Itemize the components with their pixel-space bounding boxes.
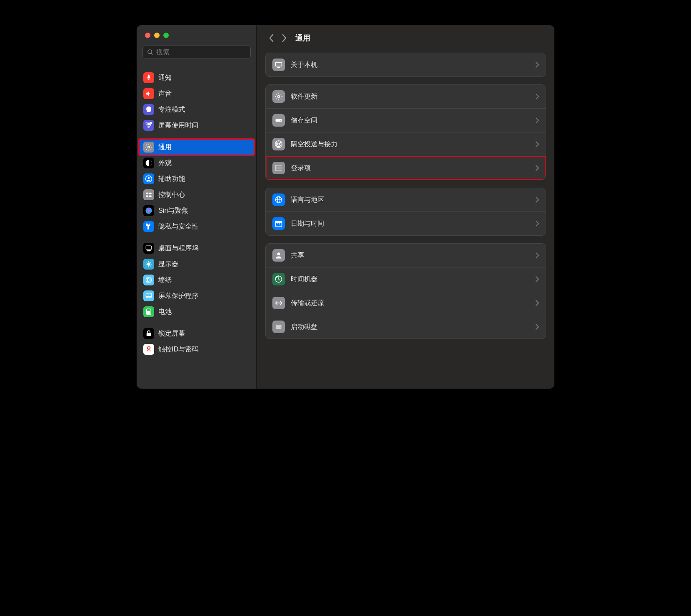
sidebar-item-10[interactable]: 桌面与程序坞 xyxy=(139,240,254,256)
sidebar-item-label: 触控ID与密码 xyxy=(158,345,198,354)
svg-rect-2 xyxy=(147,123,150,125)
row-label: 时间机器 xyxy=(291,275,536,284)
settings-row[interactable]: 时间机器 xyxy=(266,267,546,291)
sidebar-icon xyxy=(143,328,154,339)
content: 关于本机软件更新储存空间隔空投送与接力登录项语言与地区17日期与时间共享时间机器… xyxy=(257,51,554,355)
svg-line-1 xyxy=(151,53,152,54)
chevron-right-icon xyxy=(536,221,539,227)
chevron-right-icon xyxy=(536,94,539,99)
svg-rect-12 xyxy=(146,246,152,249)
row-label: 共享 xyxy=(291,251,536,260)
gear-icon xyxy=(272,90,285,103)
sidebar-item-14[interactable]: 电池 xyxy=(139,304,254,320)
sidebar-item-5[interactable]: 外观 xyxy=(139,155,254,171)
sidebar-item-9[interactable]: 隐私与安全性 xyxy=(139,219,254,234)
sidebar-icon xyxy=(143,72,154,83)
tm-icon xyxy=(272,273,285,285)
sidebar-item-4[interactable]: 通用 xyxy=(139,139,254,155)
sidebar-group: 通知声音专注模式屏幕使用时间 xyxy=(139,70,254,133)
settings-row[interactable]: 语言与地区 xyxy=(266,188,546,212)
main-header: 通用 xyxy=(257,25,554,51)
settings-row[interactable]: 登录项 xyxy=(266,156,546,180)
svg-rect-20 xyxy=(147,311,150,314)
sidebar-item-16[interactable]: 触控ID与密码 xyxy=(139,341,254,357)
svg-rect-10 xyxy=(149,196,152,197)
window-controls xyxy=(137,25,257,46)
svg-point-33 xyxy=(276,165,277,166)
svg-point-45 xyxy=(280,328,281,328)
sidebar-item-label: 桌面与程序坞 xyxy=(158,244,198,253)
chevron-right-icon xyxy=(536,300,539,306)
sidebar-icon xyxy=(143,344,154,355)
sidebar-icon xyxy=(143,120,154,131)
airdrop-icon xyxy=(272,138,285,150)
sidebar-item-15[interactable]: 锁定屏幕 xyxy=(139,326,254,341)
sidebar-item-8[interactable]: Siri与聚焦 xyxy=(139,203,254,219)
minimize-button[interactable] xyxy=(154,33,160,38)
chevron-right-icon xyxy=(536,276,539,282)
display-icon xyxy=(272,59,285,71)
svg-point-42 xyxy=(277,252,280,255)
back-button[interactable] xyxy=(265,32,278,44)
sidebar-icon xyxy=(143,259,154,270)
search-input[interactable] xyxy=(156,48,246,56)
row-label: 登录项 xyxy=(291,164,536,173)
sidebar-item-label: 锁定屏幕 xyxy=(158,329,185,338)
sidebar-item-label: Siri与聚焦 xyxy=(158,206,188,215)
sidebar-item-2[interactable]: 专注模式 xyxy=(139,102,254,117)
svg-rect-44 xyxy=(276,325,281,329)
sidebar-icon xyxy=(143,243,154,254)
sidebar-item-label: 电池 xyxy=(158,308,172,316)
sidebar-group: 桌面与程序坞显示器墙纸屏幕保护程序电池 xyxy=(139,240,254,320)
settings-row[interactable]: 关于本机 xyxy=(266,53,546,76)
person-icon xyxy=(272,249,285,262)
sidebar-item-label: 通知 xyxy=(158,74,172,82)
sidebar-item-7[interactable]: 控制中心 xyxy=(139,187,254,203)
row-label: 关于本机 xyxy=(291,61,536,69)
sidebar-icon xyxy=(143,173,154,184)
sidebar-item-13[interactable]: 屏幕保护程序 xyxy=(139,288,254,304)
settings-row[interactable]: 隔空投送与接力 xyxy=(266,132,546,156)
svg-rect-8 xyxy=(149,193,152,194)
row-label: 日期与时间 xyxy=(291,219,536,228)
settings-row[interactable]: 17日期与时间 xyxy=(266,212,546,235)
settings-row[interactable]: 启动磁盘 xyxy=(266,315,546,339)
sidebar-item-label: 声音 xyxy=(158,89,172,98)
svg-point-14 xyxy=(147,262,150,266)
sidebar-icon xyxy=(143,306,154,317)
hdd-icon xyxy=(272,321,285,333)
forward-button[interactable] xyxy=(278,32,290,44)
sidebar-icon xyxy=(143,88,154,99)
sidebar-item-6[interactable]: 辅助功能 xyxy=(139,171,254,187)
section-2: 语言与地区17日期与时间 xyxy=(265,188,546,236)
sidebar-icon xyxy=(143,290,154,301)
sidebar-group: 通用外观辅助功能控制中心Siri与聚焦隐私与安全性 xyxy=(139,139,254,234)
search-box[interactable] xyxy=(142,46,251,59)
settings-row[interactable]: 传输或还原 xyxy=(266,291,546,315)
calendar-icon: 17 xyxy=(272,217,285,230)
svg-rect-25 xyxy=(276,119,282,122)
sidebar-icon xyxy=(143,205,154,216)
svg-point-6 xyxy=(148,177,150,179)
svg-point-16 xyxy=(147,279,150,281)
settings-row[interactable]: 共享 xyxy=(266,244,546,267)
chevron-right-icon xyxy=(282,34,287,42)
arrows-icon xyxy=(272,297,285,309)
sidebar-item-11[interactable]: 显示器 xyxy=(139,256,254,272)
close-button[interactable] xyxy=(145,33,150,38)
sidebar-item-3[interactable]: 屏幕使用时间 xyxy=(139,117,254,133)
sidebar-item-label: 外观 xyxy=(158,159,172,168)
settings-row[interactable]: 储存空间 xyxy=(266,109,546,132)
maximize-button[interactable] xyxy=(163,33,169,38)
sidebar-icon xyxy=(143,275,154,285)
settings-row[interactable]: 软件更新 xyxy=(266,85,546,109)
row-label: 启动磁盘 xyxy=(291,323,536,331)
sidebar-item-0[interactable]: 通知 xyxy=(139,70,254,86)
sidebar-item-label: 控制中心 xyxy=(158,191,185,199)
sidebar-item-12[interactable]: 墙纸 xyxy=(139,272,254,288)
settings-window: 通知声音专注模式屏幕使用时间通用外观辅助功能控制中心Siri与聚焦隐私与安全性桌… xyxy=(137,25,554,389)
chevron-right-icon xyxy=(536,165,539,171)
sidebar-group: 锁定屏幕触控ID与密码 xyxy=(139,326,254,357)
sidebar-item-label: 辅助功能 xyxy=(158,175,185,183)
sidebar-item-1[interactable]: 声音 xyxy=(139,86,254,102)
